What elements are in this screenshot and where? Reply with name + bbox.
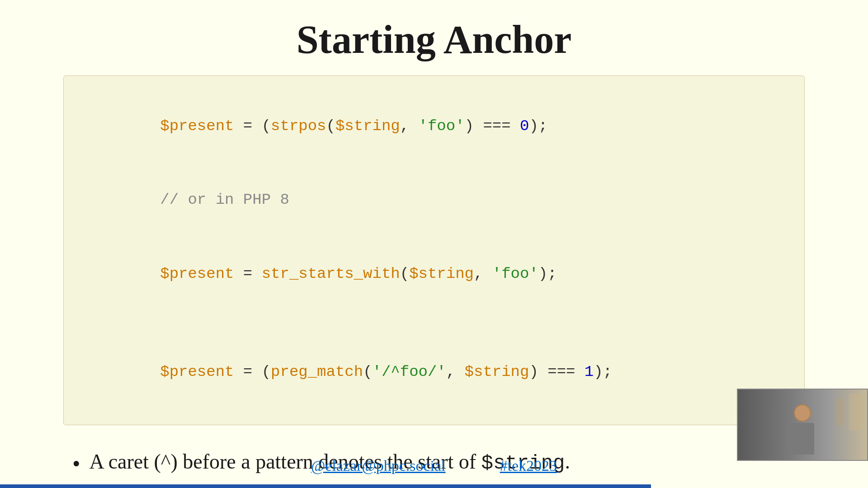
code-close-3: ) === xyxy=(529,363,584,380)
code-fn-preg-match: preg_match xyxy=(271,363,363,380)
code-close-1: ) === xyxy=(465,117,520,135)
webcam-overlay xyxy=(737,389,868,461)
code-semi-2: ); xyxy=(538,265,557,282)
code-fn-str-starts-with: str_starts_with xyxy=(262,265,400,282)
code-regex-foo: '/^foo/' xyxy=(373,363,446,380)
footer-social[interactable]: @elazar@phpc.social xyxy=(311,457,446,474)
code-comment-1: // or in PHP 8 xyxy=(160,191,289,208)
code-op-3: = ( xyxy=(234,363,271,380)
code-var-string-1: $string xyxy=(335,117,400,135)
code-line-5: $present = (preg_match('/^foo/', $string… xyxy=(86,335,782,409)
code-paren-2: ( xyxy=(400,265,409,282)
code-paren-1: ( xyxy=(326,117,335,135)
code-str-foo-1: 'foo' xyxy=(419,117,465,135)
code-comma-3: , xyxy=(446,363,465,380)
code-line-1: $present = (strpos($string, 'foo') === 0… xyxy=(86,89,782,163)
code-block-wrapper: $present = (strpos($string, 'foo') === 0… xyxy=(63,75,805,425)
footer-hashtag[interactable]: #tek2023 xyxy=(500,457,557,474)
code-semi-1: ); xyxy=(529,117,547,135)
code-num-0: 0 xyxy=(520,117,529,135)
code-var-present-3: $present xyxy=(160,363,234,380)
code-op-1: = ( xyxy=(234,117,271,135)
code-line-2: // or in PHP 8 xyxy=(86,163,782,237)
code-var-string-3: $string xyxy=(465,363,529,380)
code-var-present-2: $present xyxy=(160,265,234,282)
code-op-2: = xyxy=(234,265,261,282)
code-str-foo-2: 'foo' xyxy=(492,265,538,282)
slide: Starting Anchor $present = (strpos($stri… xyxy=(0,0,868,488)
code-semi-3: ); xyxy=(594,363,612,380)
code-comma-2: , xyxy=(474,265,492,282)
code-num-1: 1 xyxy=(585,363,594,380)
code-var-present-1: $present xyxy=(160,117,234,135)
code-fn-strpos: strpos xyxy=(271,117,326,135)
slide-title: Starting Anchor xyxy=(36,18,832,62)
code-paren-3: ( xyxy=(363,363,372,380)
code-comma-1: , xyxy=(400,117,419,135)
bottom-bar xyxy=(0,484,651,488)
code-line-blank xyxy=(86,310,782,335)
code-block: $present = (strpos($string, 'foo') === 0… xyxy=(86,89,782,409)
webcam-person xyxy=(738,389,867,460)
code-var-string-2: $string xyxy=(409,265,474,282)
code-line-3: $present = str_starts_with($string, 'foo… xyxy=(86,237,782,310)
